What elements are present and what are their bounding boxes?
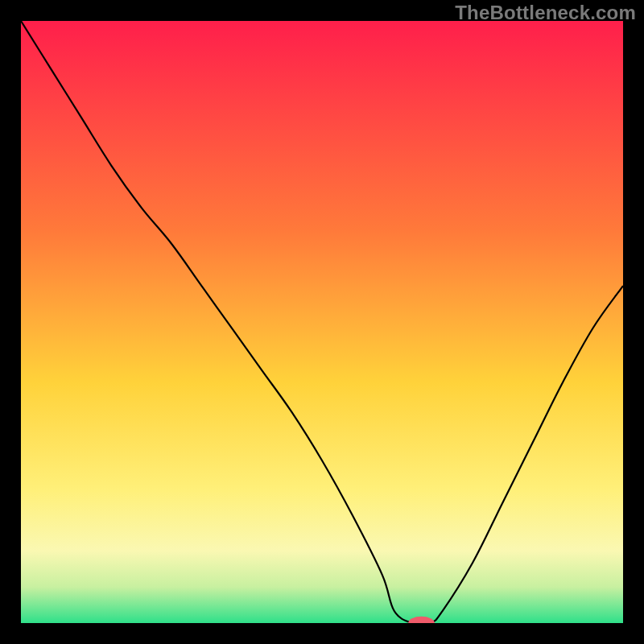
- gradient-background: [21, 21, 623, 623]
- chart-frame: TheBottleneck.com: [0, 0, 644, 644]
- watermark-text: TheBottleneck.com: [455, 2, 636, 24]
- bottleneck-chart: [21, 21, 623, 623]
- plot-area: [21, 21, 623, 623]
